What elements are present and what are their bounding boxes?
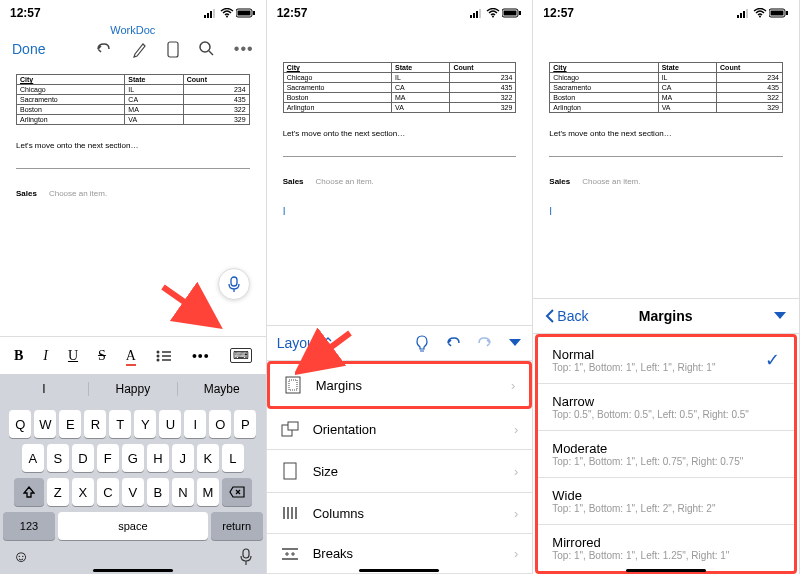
bold-button[interactable]: B: [14, 348, 23, 364]
chevron-updown-icon: [323, 336, 333, 350]
home-indicator[interactable]: [93, 569, 173, 572]
key-r[interactable]: R: [84, 410, 106, 438]
suggestion-3[interactable]: Maybe: [178, 382, 266, 396]
keyboard-suggestions: I Happy Maybe: [0, 374, 266, 404]
key-q[interactable]: Q: [9, 410, 31, 438]
key-e[interactable]: E: [59, 410, 81, 438]
emoji-button[interactable]: ☺: [13, 548, 29, 566]
margin-option-narrow[interactable]: NarrowTop: 0.5", Bottom: 0.5", Left: 0.5…: [538, 384, 794, 431]
document-area[interactable]: CityStateCount ChicagoIL234 SacramentoCA…: [533, 52, 799, 227]
panel-editor: 12:57 WorkDoc Done ••• City State Count …: [0, 0, 267, 574]
margin-option-mirrored[interactable]: MirroredTop: 1", Bottom: 1", Left: 1.25"…: [538, 525, 794, 571]
done-button[interactable]: Done: [12, 41, 45, 57]
body-text[interactable]: Let's move onto the next section…: [283, 129, 517, 138]
menu-size[interactable]: Size ›: [267, 450, 533, 493]
shift-key[interactable]: [14, 478, 44, 506]
suggestion-2[interactable]: Happy: [89, 382, 178, 396]
key-s[interactable]: S: [47, 444, 69, 472]
undo-icon[interactable]: [94, 40, 112, 58]
keyboard-toggle-icon[interactable]: ⌨: [230, 348, 252, 363]
key-z[interactable]: Z: [47, 478, 69, 506]
device-icon[interactable]: [166, 40, 180, 58]
svg-rect-22: [479, 9, 481, 18]
body-text[interactable]: Let's move onto the next section…: [16, 141, 250, 150]
key-o[interactable]: O: [209, 410, 231, 438]
pen-icon[interactable]: [130, 40, 148, 58]
dictation-icon[interactable]: [239, 548, 253, 566]
doc-title[interactable]: WorkDoc: [110, 24, 155, 36]
key-i[interactable]: I: [184, 410, 206, 438]
battery-icon: [769, 8, 789, 18]
suggestion-1[interactable]: I: [0, 382, 89, 396]
menu-orientation[interactable]: Orientation ›: [267, 409, 533, 450]
key-k[interactable]: K: [197, 444, 219, 472]
redo-icon[interactable]: [476, 335, 494, 351]
italic-button[interactable]: I: [43, 348, 48, 364]
numbers-key[interactable]: 123: [3, 512, 55, 540]
key-v[interactable]: V: [122, 478, 144, 506]
key-row-4: 123 space return: [3, 512, 263, 540]
key-w[interactable]: W: [34, 410, 56, 438]
key-m[interactable]: M: [197, 478, 219, 506]
key-row-2: ASDFGHJKL: [3, 444, 263, 472]
data-table[interactable]: City State Count ChicagoIL234 Sacramento…: [16, 74, 250, 125]
more-icon[interactable]: •••: [234, 40, 254, 58]
th-state: State: [125, 75, 183, 85]
key-l[interactable]: L: [222, 444, 244, 472]
undo-icon[interactable]: [444, 335, 462, 351]
key-c[interactable]: C: [97, 478, 119, 506]
menu-label: Breaks: [313, 546, 353, 561]
menu-label: Columns: [313, 506, 364, 521]
highlight-button[interactable]: A: [126, 348, 136, 364]
svg-point-9: [200, 42, 210, 52]
more-format-button[interactable]: •••: [192, 348, 210, 364]
menu-margins[interactable]: Margins ›: [267, 361, 533, 409]
key-y[interactable]: Y: [134, 410, 156, 438]
margin-option-wide[interactable]: WideTop: 1", Bottom: 1", Left: 2", Right…: [538, 478, 794, 525]
chevron-left-icon: [545, 309, 555, 323]
sales-field[interactable]: Sales Choose an item.: [283, 177, 517, 186]
dictation-button[interactable]: [218, 268, 250, 300]
return-key[interactable]: return: [211, 512, 263, 540]
status-bar: 12:57: [533, 0, 799, 22]
bullet-list-icon[interactable]: [156, 349, 172, 363]
menu-columns[interactable]: Columns ›: [267, 493, 533, 534]
key-g[interactable]: G: [122, 444, 144, 472]
menu-breaks[interactable]: Breaks ›: [267, 534, 533, 574]
space-key[interactable]: space: [58, 512, 208, 540]
search-icon[interactable]: [198, 40, 216, 58]
document-area[interactable]: CityStateCount ChicagoIL234 SacramentoCA…: [267, 52, 533, 227]
body-text[interactable]: Let's move onto the next section…: [549, 129, 783, 138]
collapse-icon[interactable]: [508, 338, 522, 348]
svg-rect-8: [168, 42, 178, 57]
ribbon-tab-dropdown[interactable]: Layout: [277, 335, 333, 351]
strike-button[interactable]: S: [98, 348, 106, 364]
margin-option-moderate[interactable]: ModerateTop: 1", Bottom: 1", Left: 0.75"…: [538, 431, 794, 478]
data-table[interactable]: CityStateCount ChicagoIL234 SacramentoCA…: [549, 62, 783, 113]
key-t[interactable]: T: [109, 410, 131, 438]
sales-field[interactable]: Sales Choose an item.: [549, 177, 783, 186]
key-d[interactable]: D: [72, 444, 94, 472]
sales-label: Sales: [16, 189, 37, 198]
svg-rect-28: [289, 380, 297, 390]
backspace-key[interactable]: [222, 478, 252, 506]
lightbulb-icon[interactable]: [414, 334, 430, 352]
key-f[interactable]: F: [97, 444, 119, 472]
svg-line-10: [209, 51, 213, 55]
key-u[interactable]: U: [159, 410, 181, 438]
sales-field[interactable]: Sales Choose an item.: [16, 189, 250, 198]
key-x[interactable]: X: [72, 478, 94, 506]
data-table[interactable]: CityStateCount ChicagoIL234 SacramentoCA…: [283, 62, 517, 113]
key-a[interactable]: A: [22, 444, 44, 472]
svg-rect-7: [253, 11, 255, 15]
home-indicator[interactable]: [359, 569, 439, 572]
key-b[interactable]: B: [147, 478, 169, 506]
key-n[interactable]: N: [172, 478, 194, 506]
home-indicator[interactable]: [626, 569, 706, 572]
margin-option-normal[interactable]: NormalTop: 1", Bottom: 1", Left: 1", Rig…: [538, 337, 794, 384]
key-h[interactable]: H: [147, 444, 169, 472]
key-j[interactable]: J: [172, 444, 194, 472]
key-p[interactable]: P: [234, 410, 256, 438]
collapse-icon[interactable]: [773, 311, 787, 321]
underline-button[interactable]: U: [68, 348, 78, 364]
